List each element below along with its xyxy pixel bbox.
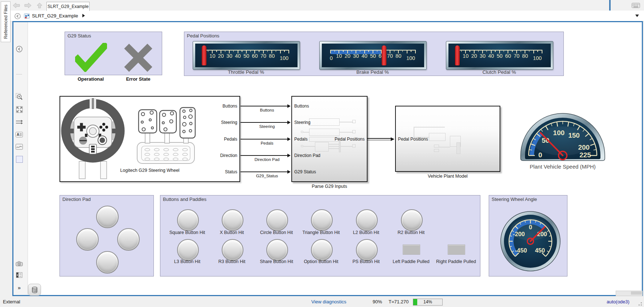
gauge-tick <box>394 50 395 52</box>
fit-to-view-icon[interactable] <box>16 106 23 113</box>
breadcrumb-model-name[interactable]: SLRT_G29_Example <box>32 13 85 19</box>
hide-model-browser-icon[interactable] <box>16 45 23 53</box>
breadcrumb-overflow-dropdown-icon[interactable] <box>635 15 639 17</box>
forward-button[interactable] <box>24 3 32 8</box>
lamp-r3-button-hit[interactable] <box>222 239 243 261</box>
parse-preview-port <box>352 120 356 123</box>
route-signals-icon[interactable] <box>16 118 23 126</box>
gauge-zero-label: 0 <box>325 55 337 61</box>
gauge-tick-label: 80 <box>393 53 404 59</box>
dpad-lamp-up[interactable] <box>96 206 119 228</box>
tab-slrt-g29-example[interactable]: SLRT_G29_Example <box>46 2 90 11</box>
lamp-triangle-button-hit[interactable] <box>311 209 333 231</box>
lamp-option-button-hit[interactable] <box>311 239 333 261</box>
svg-text:-200: -200 <box>513 231 525 237</box>
signal-wire <box>241 155 288 156</box>
up-to-parent-button[interactable] <box>36 3 43 8</box>
gauge-tick <box>504 50 504 52</box>
error-state-lamp[interactable] <box>123 44 153 72</box>
lamp-label: X Button Hit <box>206 230 257 235</box>
gauge-tick <box>330 50 331 53</box>
lamp-x-button-hit[interactable] <box>222 209 243 231</box>
lamp-circle-button-hit[interactable] <box>266 209 288 231</box>
lamp-label: Square Button Hit <box>162 230 213 235</box>
back-button[interactable] <box>12 3 20 8</box>
panel-direction-pad[interactable]: Direction Pad <box>60 195 154 276</box>
gauge-face: 10203040506070801000 <box>322 44 424 67</box>
lamp-r2-button-hit[interactable] <box>401 209 423 231</box>
signal-label: Direction Pad <box>242 157 292 162</box>
gauge-tick <box>352 50 352 52</box>
lamp-square-button-hit[interactable] <box>177 209 199 231</box>
view-diagnostics-link[interactable]: View diagnostics <box>311 299 346 304</box>
gauge-max-label: 100 <box>278 55 290 61</box>
area-box-icon[interactable] <box>16 155 23 163</box>
zoom-level[interactable]: 90% <box>373 299 382 304</box>
keyboard-shortcuts-icon[interactable] <box>632 3 640 8</box>
scrollbar-thumb[interactable] <box>631 291 642 295</box>
gauge-tick <box>280 50 281 53</box>
operational-lamp[interactable] <box>75 43 107 72</box>
lamp-ps-button-hit[interactable] <box>356 239 378 261</box>
image-annotation-icon[interactable] <box>16 143 23 150</box>
plant-preview-line <box>439 147 450 148</box>
gauge-tick <box>411 50 411 52</box>
gauge-tick <box>512 50 513 52</box>
dpad-lamp-down[interactable] <box>96 251 119 274</box>
referenced-files-tab[interactable]: Referenced Files <box>1 1 11 42</box>
parse-preview-line <box>329 146 340 147</box>
svg-text:0: 0 <box>529 224 532 230</box>
linear-gauge-brake-pedal-[interactable]: 10203040506070801000 <box>319 41 427 70</box>
data-inspector-button[interactable] <box>28 284 41 296</box>
plant-in-port-pedal-positions: Pedal Positions <box>398 136 456 142</box>
viewmark-camera-icon[interactable] <box>16 260 23 267</box>
parse-preview-line <box>303 132 309 133</box>
resize-grip[interactable] <box>641 304 642 306</box>
annotation-icon[interactable]: A <box>16 131 23 138</box>
gauge-tick <box>216 50 217 52</box>
subsystem-badges-icon[interactable] <box>16 271 23 279</box>
gauge-caption: Clutch Pedal % <box>446 69 553 75</box>
lamp-label: Left Paddle Pulled <box>385 259 437 264</box>
paddle-lamp-left-paddle-pulled[interactable] <box>403 245 420 255</box>
signal-label: Buttons <box>242 108 292 112</box>
panel-buttons-and-paddles[interactable]: Buttons and Paddles Square Button HitX B… <box>160 195 480 276</box>
lamp-label: R2 Button Hit <box>386 230 436 235</box>
gauge-tick <box>537 50 538 52</box>
error-state-label: Error State <box>118 76 158 82</box>
lamp-l2-button-hit[interactable] <box>356 209 378 231</box>
expand-palette-button[interactable]: » <box>16 284 23 291</box>
gauge-tick <box>284 50 285 52</box>
parse-out-port-pedal-positions: Pedal Positions <box>310 136 365 142</box>
svg-text:225: 225 <box>579 151 591 159</box>
gauge-tick <box>469 50 470 52</box>
solver-label[interactable]: auto(ode3) <box>607 299 629 304</box>
lamp-label: Right Paddle Pulled <box>430 259 482 264</box>
parse-preview-line <box>341 146 353 147</box>
dpad-lamp-right[interactable] <box>117 228 140 251</box>
zoom-region-icon[interactable] <box>16 93 23 100</box>
gauge-tick <box>335 50 335 52</box>
lamp-label: Share Button Hit <box>251 259 302 264</box>
speed-gauge[interactable]: 050100150200225 <box>520 110 606 162</box>
vector-wire <box>368 140 391 141</box>
steering-angle-gauge[interactable]: -450-2000200450 <box>500 210 561 272</box>
linear-gauge-clutch-pedal-[interactable]: 1020304050607080100 <box>446 41 553 70</box>
linear-gauge-throttle-pedal-[interactable]: 1020304050607080100 <box>193 41 300 70</box>
signal-arrowhead <box>287 154 291 157</box>
lamp-label: R3 Button Hit <box>206 259 257 264</box>
dpad-lamp-left[interactable] <box>76 228 99 251</box>
horizontal-scrollbar[interactable] <box>616 291 643 296</box>
hide-explorer-bar-icon[interactable] <box>15 13 21 19</box>
parse-preview-port <box>301 131 303 133</box>
gauge-tick <box>276 50 276 52</box>
gauge-tick <box>461 50 462 52</box>
breadcrumb <box>11 11 644 21</box>
breadcrumb-chevron-icon[interactable] <box>82 14 85 17</box>
paddle-lamp-right-paddle-pulled[interactable] <box>448 245 465 255</box>
gauge-max-label: 100 <box>405 55 417 61</box>
lamp-l3-button-hit[interactable] <box>177 239 199 261</box>
lamp-share-button-hit[interactable] <box>266 239 288 261</box>
gauge-needle <box>202 45 206 65</box>
svg-text:150: 150 <box>568 132 580 139</box>
